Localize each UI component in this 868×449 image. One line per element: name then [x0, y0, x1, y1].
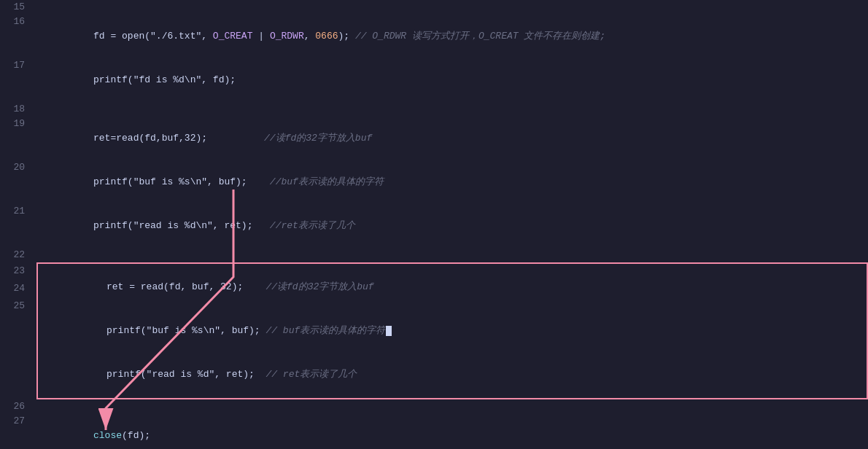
code-line-26: 26	[0, 399, 868, 414]
code-line-15: 15	[0, 0, 868, 15]
line-num-15: 15	[0, 0, 36, 15]
line-content-23: ret = read(fd, buf, 32); //读fd的32字节放入buf	[50, 265, 867, 309]
line-content-19: ret=read(fd,buf,32); //读fd的32字节放入buf	[36, 117, 868, 160]
code-line-18: 18	[0, 102, 868, 117]
code-line-27: 27 close(fd);	[0, 414, 868, 449]
line-num-23: 23	[0, 262, 36, 280]
code-line-23: ret = read(fd, buf, 32); //读fd的32字节放入buf	[38, 265, 867, 309]
code-line-25: printf("read is %d", ret); // ret表示读了几个	[38, 353, 867, 397]
code-line-16: 16 fd = open("./6.txt", O_CREAT | O_RDWR…	[0, 15, 868, 58]
code-line-22: 22	[0, 248, 868, 262]
code-line-19: 19 ret=read(fd,buf,32); //读fd的32字节放入buf	[0, 117, 868, 160]
code-line-20: 20 printf("buf is %s\n", buf); //buf表示读的…	[0, 160, 868, 204]
highlighted-block-line-nums: 23 24 25	[0, 262, 36, 399]
line-num-19: 19	[0, 117, 36, 131]
line-num-21: 21	[0, 204, 36, 219]
line-content-17: printf("fd is %d\n", fd);	[36, 58, 868, 102]
highlighted-block: ret = read(fd, buf, 32); //读fd的32字节放入buf…	[36, 262, 868, 399]
code-editor: 15 16 fd = open("./6.txt", O_CREAT | O_R…	[0, 0, 868, 449]
line-num-25: 25	[0, 297, 36, 315]
line-content-21: printf("read is %d\n", ret); //ret表示读了几个	[36, 204, 868, 248]
line-num-18: 18	[0, 102, 36, 117]
line-num-26: 26	[0, 399, 36, 414]
line-num-16: 16	[0, 15, 36, 29]
code-line-17: 17 printf("fd is %d\n", fd);	[0, 58, 868, 102]
line-num-27: 27	[0, 414, 36, 429]
line-num-24: 24	[0, 280, 36, 297]
line-content-25: printf("read is %d", ret); // ret表示读了几个	[50, 353, 867, 397]
code-line-24: printf("buf is %s\n", buf); // buf表示读的具体…	[38, 309, 867, 353]
line-content-16: fd = open("./6.txt", O_CREAT | O_RDWR, 0…	[36, 15, 868, 58]
line-num-22: 22	[0, 248, 36, 262]
line-num-20: 20	[0, 160, 36, 175]
line-num-17: 17	[0, 58, 36, 73]
line-content-24: printf("buf is %s\n", buf); // buf表示读的具体…	[50, 309, 867, 353]
highlighted-block-container: 23 24 25 ret = read(fd, buf, 32); //读fd的…	[0, 262, 868, 399]
line-content-20: printf("buf is %s\n", buf); //buf表示读的具体的…	[36, 160, 868, 204]
code-line-21: 21 printf("read is %d\n", ret); //ret表示读…	[0, 204, 868, 248]
line-content-27: close(fd);	[36, 414, 868, 449]
text-cursor	[386, 326, 392, 336]
